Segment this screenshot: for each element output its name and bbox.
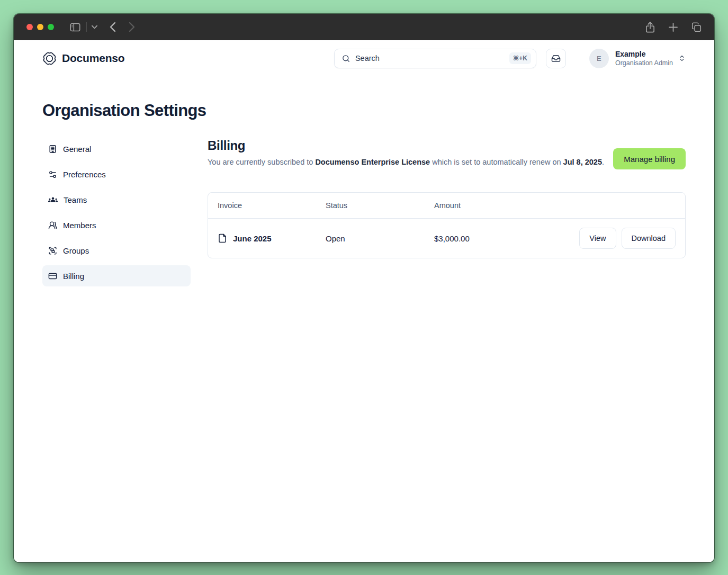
building-icon bbox=[48, 145, 57, 154]
column-header-status: Status bbox=[326, 201, 434, 210]
search-input[interactable] bbox=[355, 54, 505, 62]
sidebar-item-members[interactable]: Members bbox=[42, 214, 191, 236]
column-header-invoice: Invoice bbox=[218, 201, 326, 210]
invoices-table: Invoice Status Amount Jun bbox=[208, 192, 686, 258]
back-button[interactable] bbox=[109, 22, 116, 32]
group-frame-icon bbox=[48, 246, 57, 255]
search-icon bbox=[341, 54, 350, 63]
documenso-logo-icon bbox=[42, 51, 57, 66]
subscription-plan: Documenso Enterprise License bbox=[315, 158, 430, 166]
user-menu[interactable]: E Example Organisation Admin bbox=[589, 49, 686, 68]
column-header-amount: Amount bbox=[434, 201, 676, 210]
avatar: E bbox=[589, 49, 609, 68]
subscription-text: You are currently subscribed to bbox=[208, 158, 315, 166]
inbox-icon bbox=[551, 53, 561, 63]
traffic-lights bbox=[26, 24, 54, 30]
subscription-text: . bbox=[602, 158, 604, 166]
minimize-button[interactable] bbox=[37, 24, 43, 30]
invoice-row: June 2025 Open $3,000.00 View Download bbox=[208, 219, 685, 258]
subscription-text: which is set to automatically renew on bbox=[430, 158, 563, 166]
renewal-date: Jul 8, 2025 bbox=[563, 158, 602, 166]
sidebar-item-label: Groups bbox=[63, 246, 89, 255]
invoice-amount: $3,000.00 bbox=[434, 234, 579, 243]
tab-overview-icon[interactable] bbox=[691, 22, 702, 32]
sidebar-item-teams[interactable]: Teams bbox=[42, 189, 191, 210]
user-role: Organisation Admin bbox=[615, 59, 673, 67]
sidebar-item-preferences[interactable]: Preferences bbox=[42, 164, 191, 185]
sidebar-toggle-icon[interactable] bbox=[70, 23, 80, 32]
manage-billing-button[interactable]: Manage billing bbox=[613, 148, 686, 169]
file-icon bbox=[218, 233, 227, 244]
people-group-icon bbox=[48, 195, 58, 204]
invoice-status: Open bbox=[326, 234, 434, 243]
chevron-down-icon[interactable] bbox=[92, 25, 97, 29]
titlebar-divider bbox=[86, 22, 87, 32]
sidebar-item-label: General bbox=[63, 145, 91, 154]
browser-window: Documenso ⌘+K bbox=[14, 14, 714, 562]
billing-heading: Billing bbox=[208, 138, 604, 153]
invoice-name: June 2025 bbox=[233, 234, 272, 243]
close-button[interactable] bbox=[26, 24, 33, 30]
users-icon bbox=[48, 221, 57, 230]
user-name: Example bbox=[615, 50, 673, 59]
search-bar[interactable]: ⌘+K bbox=[334, 49, 536, 68]
sidebar-item-label: Billing bbox=[63, 272, 84, 281]
avatar-initial: E bbox=[597, 55, 601, 62]
sidebar-item-label: Members bbox=[63, 221, 96, 230]
view-invoice-button[interactable]: View bbox=[579, 228, 616, 249]
credit-card-icon bbox=[48, 272, 57, 281]
page-title: Organisation Settings bbox=[42, 101, 686, 120]
sidebar-item-label: Preferences bbox=[63, 170, 106, 179]
sliders-icon bbox=[48, 170, 57, 179]
download-invoice-button[interactable]: Download bbox=[622, 228, 676, 249]
chevrons-up-down-icon bbox=[678, 55, 686, 62]
browser-titlebar bbox=[14, 14, 714, 40]
zoom-button[interactable] bbox=[48, 24, 54, 30]
brand-name: Documenso bbox=[62, 52, 124, 65]
invoices-table-header: Invoice Status Amount bbox=[208, 193, 685, 219]
billing-panel: Billing You are currently subscribed to … bbox=[208, 138, 686, 286]
search-shortcut-badge: ⌘+K bbox=[509, 52, 531, 64]
documenso-logo[interactable]: Documenso bbox=[42, 51, 124, 66]
sidebar-item-label: Teams bbox=[64, 195, 87, 204]
sidebar-item-groups[interactable]: Groups bbox=[42, 240, 191, 261]
sidebar-item-general[interactable]: General bbox=[42, 138, 191, 159]
share-icon[interactable] bbox=[645, 22, 655, 33]
subscription-description: You are currently subscribed to Documens… bbox=[208, 158, 604, 166]
inbox-button[interactable] bbox=[546, 49, 566, 68]
forward-button[interactable] bbox=[129, 22, 136, 32]
app-header: Documenso ⌘+K bbox=[14, 40, 714, 76]
new-tab-icon[interactable] bbox=[668, 22, 678, 32]
settings-sidebar: General Preferences bbox=[42, 138, 191, 286]
sidebar-item-billing[interactable]: Billing bbox=[42, 265, 191, 286]
